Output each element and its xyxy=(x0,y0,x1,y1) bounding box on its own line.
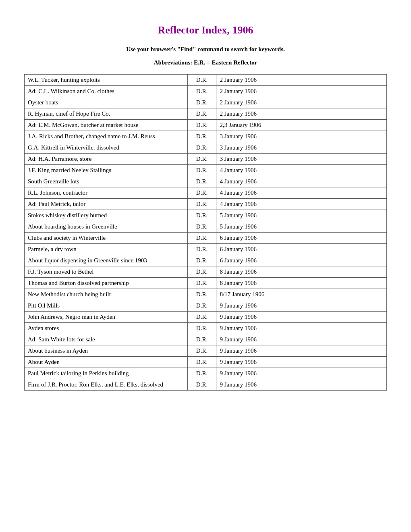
description-cell: Ad: Paul Metrick, tailor xyxy=(25,199,188,210)
date-cell: 3 January 1906 xyxy=(216,131,387,142)
description-cell: R.L. Johnson, contractor xyxy=(25,187,188,199)
date-cell: 9 January 1906 xyxy=(216,345,387,357)
source-cell: D.R. xyxy=(187,210,216,221)
source-cell: D.R. xyxy=(187,165,216,176)
date-cell: 2,3 January 1906 xyxy=(216,120,387,131)
source-cell: D.R. xyxy=(187,334,216,345)
date-cell: 9 January 1906 xyxy=(216,323,387,334)
source-cell: D.R. xyxy=(187,154,216,165)
description-cell: Oyster boats xyxy=(25,97,188,108)
date-cell: 5 January 1906 xyxy=(216,221,387,233)
date-cell: 4 January 1906 xyxy=(216,187,387,199)
source-cell: D.R. xyxy=(187,176,216,187)
date-cell: 4 January 1906 xyxy=(216,176,387,187)
date-cell: 6 January 1906 xyxy=(216,255,387,266)
index-table: W.L. Tucker, hunting exploitsD.R.2 Janua… xyxy=(24,74,387,391)
date-cell: 9 January 1906 xyxy=(216,300,387,312)
date-cell: 4 January 1906 xyxy=(216,165,387,176)
source-cell: D.R. xyxy=(187,300,216,312)
description-cell: About liquor dispensing in Greenville si… xyxy=(25,255,188,266)
subtitle: Use your browser's "Find" command to sea… xyxy=(24,46,387,53)
source-cell: D.R. xyxy=(187,278,216,289)
abbreviations: Abbreviations: E.R. = Eastern Reflector xyxy=(24,59,387,66)
table-row: Pitt Oil MillsD.R.9 January 1906 xyxy=(25,300,387,312)
description-cell: J.F. King married Neeley Stallings xyxy=(25,165,188,176)
date-cell: 6 January 1906 xyxy=(216,244,387,255)
table-row: About liquor dispensing in Greenville si… xyxy=(25,255,387,266)
date-cell: 9 January 1906 xyxy=(216,357,387,368)
description-cell: Thomas and Burton dissolved partnership xyxy=(25,278,188,289)
source-cell: D.R. xyxy=(187,266,216,278)
table-row: Ayden storesD.R.9 January 1906 xyxy=(25,323,387,334)
table-row: Ad: H.A. Parramore, storeD.R.3 January 1… xyxy=(25,154,387,165)
date-cell: 4 January 1906 xyxy=(216,199,387,210)
description-cell: W.L. Tucker, hunting exploits xyxy=(25,75,188,86)
date-cell: 2 January 1906 xyxy=(216,97,387,108)
source-cell: D.R. xyxy=(187,131,216,142)
description-cell: R. Hyman, chief of Hope Fire Co. xyxy=(25,108,188,120)
table-row: W.L. Tucker, hunting exploitsD.R.2 Janua… xyxy=(25,75,387,86)
date-cell: 8/17 January 1906 xyxy=(216,289,387,300)
description-cell: Pitt Oil Mills xyxy=(25,300,188,312)
date-cell: 5 January 1906 xyxy=(216,210,387,221)
description-cell: John Andrews, Negro man in Ayden xyxy=(25,312,188,323)
description-cell: F.J. Tyson moved to Bethel xyxy=(25,266,188,278)
source-cell: D.R. xyxy=(187,86,216,97)
source-cell: D.R. xyxy=(187,379,216,391)
page-title: Reflector Index, 1906 xyxy=(24,24,387,36)
source-cell: D.R. xyxy=(187,199,216,210)
date-cell: 9 January 1906 xyxy=(216,334,387,345)
table-row: John Andrews, Negro man in AydenD.R.9 Ja… xyxy=(25,312,387,323)
table-row: South Greenville lotsD.R.4 January 1906 xyxy=(25,176,387,187)
date-cell: 8 January 1906 xyxy=(216,278,387,289)
description-cell: About boarding houses in Greenville xyxy=(25,221,188,233)
date-cell: 2 January 1906 xyxy=(216,75,387,86)
table-row: Clubs and society in WintervilleD.R.6 Ja… xyxy=(25,233,387,244)
description-cell: About Ayden xyxy=(25,357,188,368)
table-row: Thomas and Burton dissolved partnershipD… xyxy=(25,278,387,289)
table-row: G.A. Kittrell in Winterville, dissolvedD… xyxy=(25,142,387,154)
source-cell: D.R. xyxy=(187,221,216,233)
table-row: Ad: Paul Metrick, tailorD.R.4 January 19… xyxy=(25,199,387,210)
table-row: Firm of J.R. Proctor, Ron Elks, and L.E.… xyxy=(25,379,387,391)
table-row: Parmele, a dry townD.R.6 January 1906 xyxy=(25,244,387,255)
table-row: Oyster boatsD.R.2 January 1906 xyxy=(25,97,387,108)
source-cell: D.R. xyxy=(187,97,216,108)
source-cell: D.R. xyxy=(187,368,216,379)
table-row: F.J. Tyson moved to BethelD.R.8 January … xyxy=(25,266,387,278)
date-cell: 6 January 1906 xyxy=(216,233,387,244)
table-row: Paul Metrick tailoring in Perkins buildi… xyxy=(25,368,387,379)
date-cell: 2 January 1906 xyxy=(216,86,387,97)
date-cell: 9 January 1906 xyxy=(216,368,387,379)
source-cell: D.R. xyxy=(187,312,216,323)
table-row: Ad: E.M. McGowan, butcher at market hous… xyxy=(25,120,387,131)
table-row: Stokes whiskey distillery burnedD.R.5 Ja… xyxy=(25,210,387,221)
source-cell: D.R. xyxy=(187,75,216,86)
description-cell: J.A. Ricks and Brother, changed name to … xyxy=(25,131,188,142)
table-row: J.A. Ricks and Brother, changed name to … xyxy=(25,131,387,142)
description-cell: Ad: H.A. Parramore, store xyxy=(25,154,188,165)
table-row: R. Hyman, chief of Hope Fire Co.D.R.2 Ja… xyxy=(25,108,387,120)
source-cell: D.R. xyxy=(187,255,216,266)
description-cell: Ad: Sam White lots for sale xyxy=(25,334,188,345)
description-cell: Ad: C.L. Wilkinson and Co. clothes xyxy=(25,86,188,97)
description-cell: Clubs and society in Winterville xyxy=(25,233,188,244)
source-cell: D.R. xyxy=(187,289,216,300)
description-cell: Paul Metrick tailoring in Perkins buildi… xyxy=(25,368,188,379)
description-cell: Ayden stores xyxy=(25,323,188,334)
description-cell: About business in Ayden xyxy=(25,345,188,357)
date-cell: 3 January 1906 xyxy=(216,142,387,154)
description-cell: Firm of J.R. Proctor, Ron Elks, and L.E.… xyxy=(25,379,188,391)
description-cell: South Greenville lots xyxy=(25,176,188,187)
source-cell: D.R. xyxy=(187,357,216,368)
table-row: R.L. Johnson, contractorD.R.4 January 19… xyxy=(25,187,387,199)
description-cell: New Methodist church being built xyxy=(25,289,188,300)
date-cell: 3 January 1906 xyxy=(216,154,387,165)
source-cell: D.R. xyxy=(187,345,216,357)
description-cell: Parmele, a dry town xyxy=(25,244,188,255)
table-row: About boarding houses in GreenvilleD.R.5… xyxy=(25,221,387,233)
description-cell: Ad: E.M. McGowan, butcher at market hous… xyxy=(25,120,188,131)
description-cell: G.A. Kittrell in Winterville, dissolved xyxy=(25,142,188,154)
source-cell: D.R. xyxy=(187,120,216,131)
date-cell: 8 January 1906 xyxy=(216,266,387,278)
